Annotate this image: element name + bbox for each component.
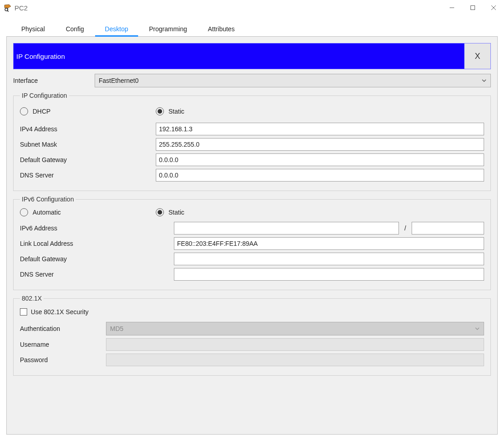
minimize-button[interactable] xyxy=(442,0,462,15)
tab-config[interactable]: Config xyxy=(55,21,94,36)
dot1x-username-label: Username xyxy=(20,341,106,348)
chevron-down-icon xyxy=(475,326,480,331)
ipv4-address-input[interactable] xyxy=(156,123,484,135)
checkbox-icon xyxy=(20,308,27,316)
window-close-button[interactable] xyxy=(483,0,504,15)
subnet-mask-label: Subnet Mask xyxy=(20,141,156,148)
dot1x-group: 802.1X Use 802.1X Security Authenticatio… xyxy=(13,295,491,376)
chevron-down-icon xyxy=(481,78,487,83)
tab-attributes[interactable]: Attributes xyxy=(197,21,245,36)
ipv4-gateway-row: Default Gateway xyxy=(20,153,484,166)
ip-config-group: IP Configuration DHCP Static xyxy=(13,92,491,191)
svg-rect-5 xyxy=(471,6,475,10)
ipv6-static-radio[interactable]: Static xyxy=(156,208,184,216)
ipv4-gateway-label: Default Gateway xyxy=(20,156,156,163)
ipv6-linklocal-row: Link Local Address xyxy=(20,237,484,250)
ipv6-dns-label: DNS Server xyxy=(20,271,174,278)
ipv6-automatic-label: Automatic xyxy=(33,209,61,216)
ipv6-address-row: IPv6 Address / xyxy=(20,222,484,234)
ipv6-automatic-radio[interactable]: Automatic xyxy=(20,208,61,216)
ipv4-dhcp-label: DHCP xyxy=(33,108,51,115)
svg-line-3 xyxy=(7,10,9,12)
ipv6-address-label: IPv6 Address xyxy=(20,225,174,232)
ipv4-address-label: IPv4 Address xyxy=(20,125,156,133)
ipv4-address-row: IPv4 Address xyxy=(20,123,484,135)
ip-config-header: IP Configuration X xyxy=(13,43,491,69)
window-title: PC2 xyxy=(14,4,28,12)
ipv6-dns-row: DNS Server xyxy=(20,268,484,281)
ipv6-config-legend: IPv6 Configuration xyxy=(20,196,76,203)
ipv4-dhcp-radio[interactable]: DHCP xyxy=(20,107,51,115)
radio-icon xyxy=(20,208,28,216)
ipv6-gateway-input[interactable] xyxy=(174,253,484,265)
content-area: Physical Config Desktop Programming Attr… xyxy=(0,15,504,445)
radio-icon xyxy=(20,107,28,115)
dot1x-auth-select: MD5 xyxy=(106,322,484,335)
dot1x-legend: 802.1X xyxy=(20,295,43,302)
ipv4-dns-label: DNS Server xyxy=(20,172,156,179)
app-icon xyxy=(4,4,12,12)
dot1x-password-label: Password xyxy=(20,356,106,364)
interface-selected: FastEthernet0 xyxy=(99,77,139,84)
radio-icon xyxy=(156,208,164,216)
desktop-panel: IP Configuration X Interface FastEtherne… xyxy=(6,36,498,435)
ipv6-dns-input[interactable] xyxy=(174,268,484,281)
dot1x-auth-selected: MD5 xyxy=(110,325,124,332)
titlebar: PC2 xyxy=(0,0,504,15)
dot1x-username-row: Username xyxy=(20,338,484,351)
interface-row: Interface FastEthernet0 xyxy=(13,74,491,87)
ipv4-dns-row: DNS Server xyxy=(20,169,484,182)
subnet-mask-row: Subnet Mask xyxy=(20,138,484,151)
ipv6-prefix-input[interactable] xyxy=(412,222,484,234)
dot1x-password-input xyxy=(106,354,484,366)
ipv6-config-group: IPv6 Configuration Automatic Static xyxy=(13,196,491,290)
dot1x-auth-label: Authentication xyxy=(20,325,106,332)
ipv4-static-label: Static xyxy=(168,108,184,115)
tab-programming[interactable]: Programming xyxy=(139,21,197,36)
ipv6-prefix-separator: / xyxy=(403,225,408,232)
radio-icon xyxy=(156,107,164,115)
ipv4-dns-input[interactable] xyxy=(156,169,484,182)
interface-label: Interface xyxy=(13,77,95,84)
interface-select[interactable]: FastEthernet0 xyxy=(95,74,491,87)
ip-config-close-button[interactable]: X xyxy=(464,43,490,69)
tab-physical[interactable]: Physical xyxy=(11,21,55,36)
tab-desktop[interactable]: Desktop xyxy=(95,21,139,36)
ipv4-static-radio[interactable]: Static xyxy=(156,107,184,115)
dot1x-username-input xyxy=(106,338,484,351)
dot1x-use-label: Use 802.1X Security xyxy=(31,308,89,316)
subnet-mask-input[interactable] xyxy=(156,138,484,151)
ipv6-static-label: Static xyxy=(168,209,184,216)
maximize-button[interactable] xyxy=(462,0,483,15)
app-window: PC2 Physical Config Desktop Programming … xyxy=(0,0,504,445)
ipv6-gateway-label: Default Gateway xyxy=(20,255,174,263)
svg-marker-0 xyxy=(5,5,11,8)
ipv6-gateway-row: Default Gateway xyxy=(20,253,484,265)
dot1x-use-checkbox[interactable]: Use 802.1X Security xyxy=(20,302,484,319)
dot1x-auth-row: Authentication MD5 xyxy=(20,322,484,335)
ipv6-address-input[interactable] xyxy=(174,222,399,234)
ipv6-linklocal-label: Link Local Address xyxy=(20,240,174,247)
dot1x-password-row: Password xyxy=(20,354,484,366)
ipv6-mode-row: Automatic Static xyxy=(20,203,484,219)
tab-bar: Physical Config Desktop Programming Attr… xyxy=(11,20,498,36)
ipv4-gateway-input[interactable] xyxy=(156,153,484,166)
ipv6-linklocal-input[interactable] xyxy=(174,237,484,250)
ip-config-legend: IP Configuration xyxy=(20,92,69,99)
ipv4-mode-row: DHCP Static xyxy=(20,99,484,120)
ip-config-title: IP Configuration xyxy=(14,43,464,69)
